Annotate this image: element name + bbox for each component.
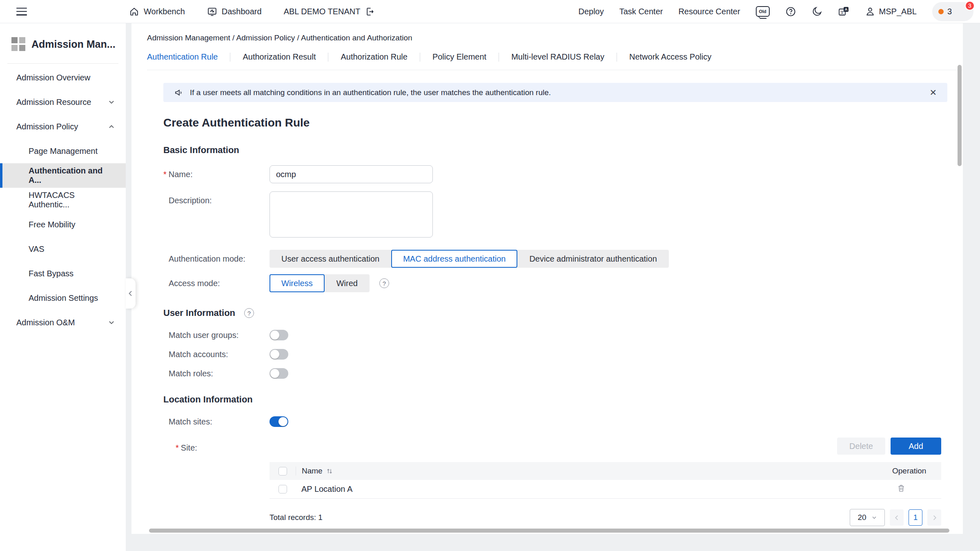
chevron-down-icon [108,98,115,106]
nav-deploy[interactable]: Deploy [578,7,604,16]
match-sites-toggle[interactable] [270,416,288,427]
match-roles-toggle[interactable] [270,368,288,379]
sort-icon[interactable] [326,468,333,475]
sidebar-title: Admission Man... [31,38,116,50]
tab-multi-level-radius-relay[interactable]: Multi-level RADIUS Relay [499,52,617,62]
tab-policy-element[interactable]: Policy Element [420,52,499,62]
row-checkbox[interactable] [278,485,287,493]
access-mode-row: Access mode: Wireless Wired ? [163,274,947,292]
home-icon [129,7,139,17]
match-user-groups-row: Match user groups: [163,330,947,340]
user-icon [865,6,875,17]
nav-workbench[interactable]: Workbench [129,7,185,17]
help-icon[interactable] [785,6,796,17]
dark-mode-icon[interactable] [812,6,822,17]
match-user-groups-label: Match user groups: [163,330,270,340]
name-label: *Name: [163,169,270,180]
nav-task-center[interactable]: Task Center [619,7,663,16]
sidebar-item-authentication-and-authorization[interactable]: Authentication and A... [0,163,126,188]
match-sites-label: Match sites: [163,416,270,427]
sidebar-item-free-mobility[interactable]: Free Mobility [0,212,126,237]
site-table: Name Operation AP Location A [270,462,941,499]
info-banner: If a user meets all matching conditions … [163,83,947,102]
vertical-scrollbar[interactable] [958,65,962,166]
tenant-label: ABL DEMO TENANT [284,7,361,16]
section-user-information: User Information ? [163,308,947,318]
top-bar-right: Deploy Task Center Resource Center Old 文… [578,2,973,21]
access-mode-help-icon[interactable]: ? [379,278,389,288]
translate-icon[interactable]: 文A [838,6,849,17]
app-badge-count: 3 [965,1,975,11]
delete-button[interactable]: Delete [837,438,885,455]
sidebar-item-admission-settings[interactable]: Admission Settings [0,286,126,310]
authentication-mode-row: Authentication mode: User access authent… [163,250,947,268]
description-textarea[interactable] [270,191,433,238]
app-logo-icon[interactable]: 3 [956,4,971,19]
required-asterisk: * [163,170,167,179]
delete-row-icon[interactable] [897,484,905,493]
svg-text:A: A [844,7,847,11]
segment-wired[interactable]: Wired [325,274,370,292]
old-version-icon[interactable]: Old [756,6,770,17]
tab-authorization-result[interactable]: Authorization Result [230,52,328,62]
sidebar-item-admission-om[interactable]: Admission O&M [0,310,126,335]
tab-authorization-rule[interactable]: Authorization Rule [328,52,419,62]
page-size-select[interactable]: 20 [850,509,885,526]
authentication-mode-label: Authentication mode: [163,253,270,264]
sidebar-divider [7,63,118,64]
sidebar-collapse-handle[interactable] [126,278,136,309]
tenant-switcher[interactable]: ABL DEMO TENANT [284,7,375,17]
user-information-help-icon[interactable]: ? [244,308,254,318]
top-nav: Workbench Dashboard ABL DEMO TENANT [129,7,375,17]
add-button[interactable]: Add [891,438,941,455]
nav-dashboard[interactable]: Dashboard [207,7,262,17]
segment-device-administrator-authentication[interactable]: Device administrator authentication [517,250,668,268]
site-table-header: Name Operation [270,462,941,480]
sidebar-item-page-management[interactable]: Page Management [0,139,126,163]
sidebar-item-fast-bypass[interactable]: Fast Bypass [0,261,126,286]
switch-tenant-icon [365,7,375,17]
dashboard-label: Dashboard [222,7,262,16]
match-accounts-row: Match accounts: [163,349,947,360]
name-column-header: Name [302,467,323,475]
nav-resource-center[interactable]: Resource Center [678,7,740,16]
alarm-count: 3 [947,7,952,16]
match-user-groups-toggle[interactable] [270,330,288,340]
description-row: Description: [163,191,947,239]
name-input[interactable] [270,165,433,183]
notification-pill[interactable]: 3 3 [932,2,973,21]
sidebar-item-vas[interactable]: VAS [0,237,126,261]
access-mode-group: Wireless Wired [270,274,370,292]
user-menu[interactable]: MSP_ABL [865,6,917,17]
match-sites-row: Match sites: [163,416,947,427]
match-roles-row: Match roles: [163,368,947,379]
table-row: AP Location A [270,480,941,499]
sidebar-item-admission-overview[interactable]: Admission Overview [0,65,126,90]
prev-page-button[interactable] [890,509,904,526]
hamburger-menu-icon[interactable] [16,8,27,16]
table-footer: Total records: 1 20 1 [270,509,941,526]
chevron-up-icon [108,123,115,130]
segment-wireless[interactable]: Wireless [270,274,325,292]
segment-mac-address-authentication[interactable]: MAC address authentication [391,250,517,268]
select-all-checkbox[interactable] [278,467,287,475]
horizontal-scrollbar[interactable] [149,529,949,533]
close-icon[interactable]: ✕ [929,88,937,98]
match-accounts-toggle[interactable] [270,349,288,360]
tab-bar: Authentication Rule Authorization Result… [147,52,963,70]
next-page-button[interactable] [927,509,941,526]
banner-text: If a user meets all matching conditions … [190,88,551,97]
sidebar-item-admission-policy[interactable]: Admission Policy [0,114,126,139]
breadcrumb: Admission Management / Admission Policy … [131,23,963,42]
sidebar-menu: Admission Overview Admission Resource Ad… [0,65,126,335]
sidebar-item-admission-resource[interactable]: Admission Resource [0,90,126,114]
authentication-mode-group: User access authentication MAC address a… [270,250,669,268]
page-1-button[interactable]: 1 [909,509,922,526]
segment-user-access-authentication[interactable]: User access authentication [270,250,391,268]
announcement-icon [174,88,184,98]
tab-authentication-rule[interactable]: Authentication Rule [147,52,230,62]
sidebar-item-hwtacacs-authentication[interactable]: HWTACACS Authentic... [0,188,126,212]
pagination: 20 1 [850,509,941,526]
required-asterisk: * [176,443,179,452]
tab-network-access-policy[interactable]: Network Access Policy [617,52,724,62]
